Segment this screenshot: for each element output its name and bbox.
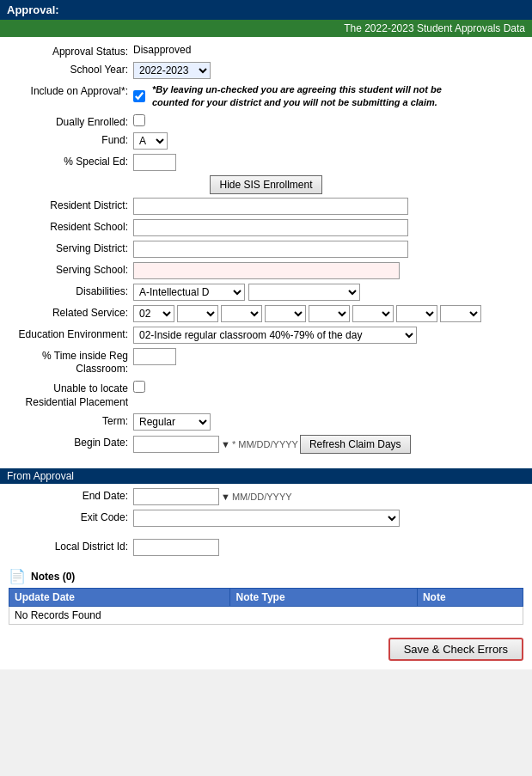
term-row: Term: Regular [9,413,523,431]
related-service-select-3[interactable] [221,305,262,322]
serving-school-input[interactable]: Parkview Jr High School - 12-051-0200-26… [133,262,400,279]
local-district-label: Local District Id: [9,539,133,553]
education-env-select[interactable]: 02-Inside regular classroom 40%-79% of t… [133,327,417,344]
local-district-input[interactable] [133,539,219,556]
disabilities-select-1[interactable]: A-Intellectual D [133,284,245,301]
serving-district-label: Serving District: [9,241,133,254]
related-service-select-1[interactable]: 02 [133,305,174,322]
related-service-select-8[interactable] [440,305,481,322]
term-select[interactable]: Regular [133,413,211,431]
resident-school-row: Resident School: [9,219,523,236]
resident-district-input[interactable] [133,198,408,215]
from-approval-area: End Date: ▼ MM/DD/YYYY Exit Code: [0,484,532,535]
begin-date-hint: * MM/DD/YYYY [232,439,298,449]
related-service-select-5[interactable] [309,305,350,322]
resident-school-label: Resident School: [9,219,133,233]
serving-school-row: Serving School: Parkview Jr High School … [9,262,523,279]
hide-sis-row: Hide SIS Enrollment [9,175,523,194]
resident-district-row: Resident District: [9,198,523,215]
footer-area: Save & Check Errors [0,629,532,669]
education-env-label: Education Environment: [9,327,133,340]
hide-sis-button[interactable]: Hide SIS Enrollment [210,175,321,194]
local-district-row: Local District Id: [9,539,523,556]
begin-date-label: Begin Date: [9,435,133,449]
serving-district-row: Serving District: [9,241,523,258]
subtitle-text: The 2022-2023 Student Approvals Data [344,22,525,34]
empty-message: No Records Found [9,607,523,625]
dually-enrolled-checkbox[interactable] [133,114,145,126]
approval-status-row: Approval Status: Disapproved [9,44,523,58]
pct-time-input[interactable]: 55 [133,348,176,365]
unable-to-locate-row: Unable to locate Residential Placement [9,381,523,409]
dually-enrolled-row: Dually Enrolled: [9,114,523,128]
related-service-select-4[interactable] [265,305,306,322]
pct-time-row: % Time inside Reg Classroom: 55 [9,348,523,376]
related-service-select-2[interactable] [177,305,218,322]
include-on-approval-checkbox[interactable] [133,90,145,102]
col-note: Note [417,589,523,607]
exit-code-row: Exit Code: [9,510,523,527]
begin-date-row: Begin Date: 08/22/2022 ▼ * MM/DD/YYYY Re… [9,435,523,454]
special-ed-label: % Special Ed: [9,154,133,168]
approval-status-value: Disapproved [133,44,191,56]
disabilities-row: Disabilities: A-Intellectual D [9,284,523,301]
serving-school-label: Serving School: [9,262,133,276]
end-date-row: End Date: ▼ MM/DD/YYYY [9,488,523,505]
notes-icon: 📄 [9,568,26,584]
related-service-row: Related Service: 02 [9,305,523,322]
subtitle-bar: The 2022-2023 Student Approvals Data [0,20,532,37]
save-check-errors-button[interactable]: Save & Check Errors [388,638,523,661]
notes-label: Notes (0) [31,571,75,583]
disabilities-label: Disabilities: [9,284,133,297]
refresh-claim-days-button[interactable]: Refresh Claim Days [300,435,411,454]
special-ed-row: % Special Ed: 49 [9,154,523,171]
exit-code-select[interactable] [133,510,400,527]
include-on-approval-row: Include on Approval*: *By leaving un-che… [9,83,523,110]
resident-school-input[interactable] [133,219,408,236]
col-note-type: Note Type [230,589,417,607]
term-label: Term: [9,413,133,427]
fund-select[interactable]: A [133,132,168,150]
unable-to-locate-label: Unable to locate Residential Placement [9,381,133,409]
school-year-label: School Year: [9,62,133,76]
approval-status-label: Approval Status: [9,44,133,58]
special-ed-input[interactable]: 49 [133,154,176,171]
fund-row: Fund: A [9,132,523,150]
pct-time-label: % Time inside Reg Classroom: [9,348,133,376]
from-approval-header: From Approval [0,468,532,484]
resident-district-label: Resident District: [9,198,133,211]
title-text: Approval: [7,3,59,16]
form-area: Approval Status: Disapproved School Year… [0,37,532,465]
serving-district-input[interactable] [133,241,408,258]
related-service-label: Related Service: [9,305,133,319]
related-service-select-7[interactable] [396,305,437,322]
end-date-input[interactable] [133,488,219,505]
school-year-row: School Year: 2022-2023 [9,62,523,79]
fund-label: Fund: [9,132,133,146]
disabilities-select-2[interactable] [248,284,360,301]
unable-to-locate-checkbox[interactable] [133,381,145,393]
begin-date-input[interactable]: 08/22/2022 [133,436,219,453]
include-on-approval-label: Include on Approval*: [9,83,133,97]
begin-date-dropdown-arrow[interactable]: ▼ [221,439,230,449]
related-service-select-6[interactable] [352,305,394,322]
title-bar: Approval: [0,0,532,20]
notes-table: Update Date Note Type Note No Records Fo… [9,588,523,625]
include-on-approval-note: *By leaving un-checked you are agreeing … [152,83,462,110]
end-date-dropdown-arrow[interactable]: ▼ [221,492,230,502]
col-update-date: Update Date [9,589,230,607]
local-district-area: Local District Id: [0,535,532,564]
dually-enrolled-label: Dually Enrolled: [9,114,133,128]
end-date-hint: MM/DD/YYYY [232,492,292,502]
end-date-label: End Date: [9,488,133,502]
exit-code-label: Exit Code: [9,510,133,523]
notes-section: 📄 Notes (0) Update Date Note Type Note N… [0,564,532,629]
page-wrapper: Approval: The 2022-2023 Student Approval… [0,0,532,669]
empty-row: No Records Found [9,607,523,625]
education-env-row: Education Environment: 02-Inside regular… [9,327,523,344]
school-year-select[interactable]: 2022-2023 [133,62,211,79]
